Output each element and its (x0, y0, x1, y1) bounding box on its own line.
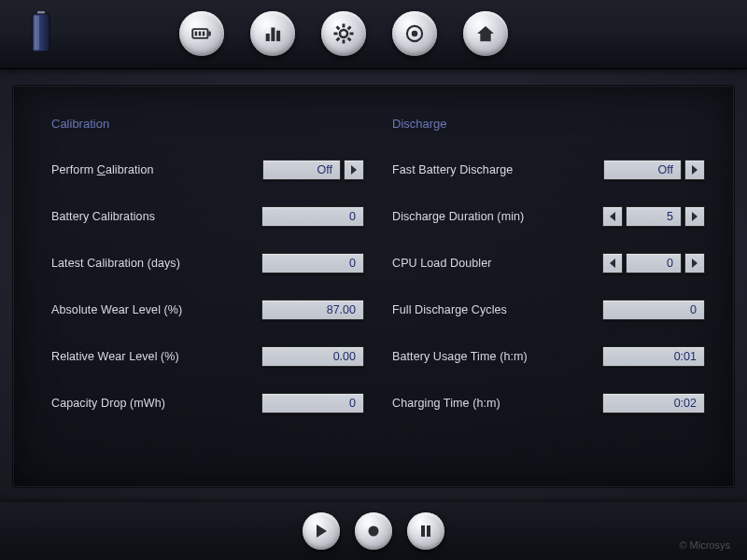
svg-rect-17 (347, 25, 352, 30)
svg-rect-6 (195, 32, 197, 36)
label-usage-time: Battery Usage Time (h:m) (392, 350, 602, 363)
row-perform-calibration: Perform Calibration Off (51, 157, 364, 183)
svg-rect-11 (276, 31, 280, 41)
chevron-right-icon (691, 259, 698, 268)
row-charging-time: Charging Time (h:m) 0:02 (392, 390, 705, 416)
label-fast-discharge: Fast Battery Discharge (392, 163, 603, 176)
nav-home-button[interactable] (463, 11, 508, 56)
row-full-cycles: Full Discharge Cycles 0 (392, 297, 705, 323)
copyright-text: © Microsys (679, 539, 730, 551)
value-full-cycles: 0 (602, 300, 705, 320)
value-latest-calibration: 0 (261, 253, 364, 273)
record-button[interactable] (355, 512, 392, 550)
record-icon (366, 524, 381, 539)
svg-rect-18 (335, 37, 340, 42)
doubler-increment-button[interactable] (684, 253, 705, 273)
chevron-left-icon (609, 259, 616, 268)
calibration-section: Calibration Perform Calibration Off Batt… (51, 117, 364, 468)
value-battery-calibrations: 0 (261, 206, 364, 227)
duration-increment-button[interactable] (684, 206, 705, 227)
svg-rect-14 (343, 40, 345, 44)
fast-discharge-next-button[interactable] (684, 160, 705, 180)
value-charging-time: 0:02 (602, 393, 705, 413)
svg-rect-13 (343, 23, 345, 27)
discharge-title: Discharge (392, 117, 705, 131)
svg-rect-7 (199, 32, 201, 36)
nav-stats-button[interactable] (250, 11, 295, 56)
main-panel: Calibration Perform Calibration Off Batt… (13, 86, 734, 487)
row-discharge-duration: Discharge Duration (min) 5 (392, 203, 705, 230)
label-absolute-wear: Absolute Wear Level (%) (51, 303, 261, 316)
toolbar (0, 0, 747, 69)
pause-icon (418, 524, 433, 539)
label-relative-wear: Relative Wear Level (%) (51, 350, 261, 363)
nav-target-button[interactable] (392, 11, 437, 56)
value-absolute-wear: 87.00 (261, 300, 364, 320)
value-usage-time: 0:01 (602, 346, 705, 367)
label-charging-time: Charging Time (h:m) (392, 397, 602, 410)
svg-point-12 (340, 30, 347, 37)
svg-rect-9 (266, 34, 270, 41)
value-perform-calibration[interactable]: Off (262, 160, 341, 180)
label-capacity-drop: Capacity Drop (mWh) (51, 397, 261, 410)
row-usage-time: Battery Usage Time (h:m) 0:01 (392, 343, 705, 370)
battery-icon (190, 21, 214, 46)
nav-battery-button[interactable] (179, 11, 224, 56)
svg-point-23 (369, 526, 379, 537)
svg-rect-19 (335, 25, 340, 30)
svg-rect-8 (203, 32, 204, 36)
chevron-left-icon (609, 212, 616, 221)
label-full-cycles: Full Discharge Cycles (392, 303, 602, 316)
play-icon (314, 524, 329, 539)
label-latest-calibration: Latest Calibration (days) (51, 257, 261, 270)
row-fast-discharge: Fast Battery Discharge Off (392, 157, 705, 183)
bottom-bar: © Microsys (0, 502, 747, 560)
svg-rect-16 (350, 33, 354, 35)
target-icon (402, 21, 427, 46)
duration-decrement-button[interactable] (602, 206, 623, 227)
svg-rect-15 (333, 33, 337, 35)
perform-calibration-next-button[interactable] (344, 160, 364, 180)
chevron-right-icon (691, 165, 698, 175)
svg-rect-3 (35, 16, 39, 49)
label-perform-calibration: Perform Calibration (51, 163, 262, 176)
value-capacity-drop: 0 (261, 393, 364, 413)
svg-point-22 (412, 31, 418, 37)
row-relative-wear: Relative Wear Level (%) 0.00 (51, 343, 364, 370)
value-relative-wear: 0.00 (261, 346, 364, 367)
svg-rect-24 (421, 525, 425, 537)
pause-button[interactable] (407, 512, 444, 550)
row-absolute-wear: Absolute Wear Level (%) 87.00 (51, 297, 364, 323)
discharge-section: Discharge Fast Battery Discharge Off Dis… (392, 117, 705, 468)
svg-rect-25 (427, 525, 430, 537)
label-cpu-doubler: CPU Load Doubler (392, 257, 602, 270)
row-latest-calibration: Latest Calibration (days) 0 (51, 250, 364, 276)
calibration-title: Calibration (51, 117, 364, 131)
chevron-right-icon (691, 212, 698, 221)
svg-rect-10 (271, 28, 275, 42)
value-cpu-doubler[interactable]: 0 (626, 253, 682, 273)
chevron-right-icon (350, 165, 358, 175)
row-capacity-drop: Capacity Drop (mWh) 0 (51, 390, 364, 416)
play-button[interactable] (303, 512, 340, 550)
value-fast-discharge[interactable]: Off (603, 160, 682, 180)
gear-icon (331, 21, 356, 46)
bar-chart-icon (261, 21, 285, 46)
nav-settings-button[interactable] (321, 11, 366, 56)
label-discharge-duration: Discharge Duration (min) (392, 210, 602, 223)
row-cpu-doubler: CPU Load Doubler 0 (392, 250, 705, 276)
value-discharge-duration[interactable]: 5 (626, 206, 682, 227)
svg-rect-5 (208, 32, 210, 36)
svg-rect-20 (347, 37, 352, 42)
doubler-decrement-button[interactable] (602, 253, 623, 273)
label-battery-calibrations: Battery Calibrations (51, 210, 261, 223)
battery-logo-icon (30, 11, 52, 52)
home-icon (473, 21, 498, 46)
row-battery-calibrations: Battery Calibrations 0 (51, 203, 364, 230)
